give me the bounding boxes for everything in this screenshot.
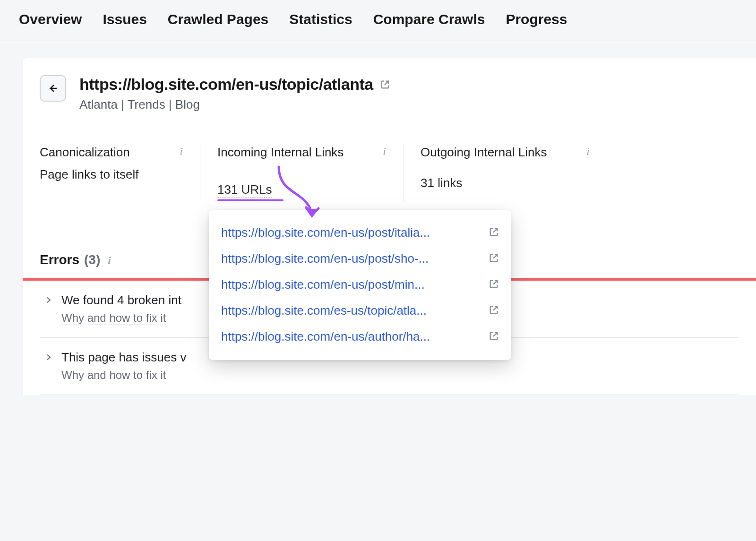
error-text: This page has issues v	[61, 350, 186, 365]
popover-link-row: https://blog.site.com/es-us/topic/atla..…	[221, 298, 499, 324]
info-icon[interactable]: i	[383, 144, 386, 158]
popover-link[interactable]: https://blog.site.com/en-us/post/italia.…	[221, 225, 430, 240]
external-link-icon[interactable]	[489, 227, 499, 239]
stat-incoming-links: Incoming Internal Links i 131 URLs https…	[200, 144, 404, 201]
chevron-right-icon[interactable]	[44, 296, 53, 304]
external-link-icon[interactable]	[489, 331, 499, 343]
info-icon[interactable]: i	[180, 144, 183, 158]
external-link-icon[interactable]	[380, 75, 390, 94]
popover-link[interactable]: https://blog.site.com/es-us/topic/atla..…	[221, 303, 427, 318]
stats-row: Canonicalization i Page links to itself …	[40, 144, 739, 201]
stat-canonical-value: Page links to itself	[40, 167, 183, 182]
popover-link[interactable]: https://blog.site.com/en-us/author/ha...	[221, 329, 430, 344]
incoming-links-popover: https://blog.site.com/en-us/post/italia.…	[209, 210, 511, 360]
popover-link[interactable]: https://blog.site.com/en-us/post/min...	[221, 277, 425, 292]
stat-canonicalization: Canonicalization i Page links to itself	[40, 144, 200, 201]
highlight-underline	[217, 199, 284, 201]
tab-statistics[interactable]: Statistics	[289, 11, 352, 27]
tab-issues[interactable]: Issues	[103, 11, 146, 27]
error-text: We found 4 broken int	[61, 293, 181, 308]
info-icon[interactable]: i	[108, 253, 111, 267]
chevron-right-icon[interactable]	[44, 353, 53, 361]
page-url-text: https://blog.site.com/en-us/topic/atlant…	[79, 75, 373, 94]
page-header: https://blog.site.com/en-us/topic/atlant…	[40, 75, 739, 112]
popover-link-row: https://blog.site.com/en-us/post/sho-...	[221, 246, 499, 272]
popover-link[interactable]: https://blog.site.com/en-us/post/sho-...	[221, 251, 429, 266]
stat-incoming-label: Incoming Internal Links	[217, 144, 344, 161]
top-nav: Overview Issues Crawled Pages Statistics…	[0, 0, 756, 41]
external-link-icon[interactable]	[489, 305, 499, 317]
popover-link-row: https://blog.site.com/en-us/post/italia.…	[221, 220, 499, 246]
page-url[interactable]: https://blog.site.com/en-us/topic/atlant…	[79, 75, 390, 94]
why-fix-link[interactable]: Why and how to fix it	[61, 311, 166, 325]
arrow-left-icon	[47, 83, 59, 94]
breadcrumb: Atlanta | Trends | Blog	[79, 97, 390, 112]
stat-outgoing-links: Outgoing Internal Links i 31 links	[404, 144, 607, 201]
tab-progress[interactable]: Progress	[506, 11, 567, 27]
stat-incoming-value[interactable]: 131 URLs	[217, 182, 272, 198]
info-icon[interactable]: i	[586, 144, 590, 158]
stat-outgoing-value: 31 links	[421, 176, 590, 190]
tab-crawled-pages[interactable]: Crawled Pages	[168, 11, 268, 27]
errors-title: Errors	[40, 252, 79, 267]
stat-outgoing-label: Outgoing Internal Links	[421, 144, 547, 161]
back-button[interactable]	[40, 75, 66, 102]
popover-link-row: https://blog.site.com/en-us/post/min...	[221, 272, 499, 298]
errors-count: (3)	[84, 252, 100, 267]
stat-canonical-label: Canonicalization	[40, 144, 130, 161]
page-card: https://blog.site.com/en-us/topic/atlant…	[23, 58, 756, 395]
popover-link-row: https://blog.site.com/en-us/author/ha...	[221, 324, 499, 350]
tab-compare-crawls[interactable]: Compare Crawls	[373, 11, 485, 27]
title-block: https://blog.site.com/en-us/topic/atlant…	[79, 75, 390, 112]
tab-overview[interactable]: Overview	[19, 11, 82, 27]
external-link-icon[interactable]	[489, 279, 499, 291]
external-link-icon[interactable]	[489, 253, 499, 265]
why-fix-link[interactable]: Why and how to fix it	[61, 369, 166, 382]
